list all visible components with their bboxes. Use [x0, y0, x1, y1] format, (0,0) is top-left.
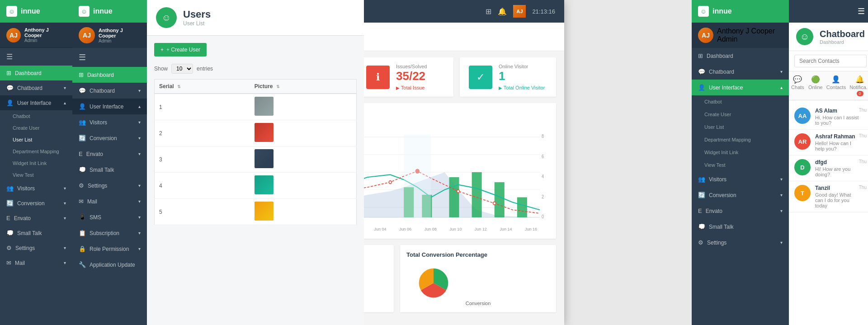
- chat-message-4[interactable]: T Tanzil Good day! What can I do for you…: [789, 181, 868, 212]
- tab-online[interactable]: 🟢 Online: [807, 71, 825, 100]
- chat-panel-hamburger[interactable]: ☰: [858, 6, 865, 16]
- cn-envato-icon: E: [698, 207, 702, 214]
- su-nav-mail[interactable]: ✉ Mail ▾: [72, 193, 147, 209]
- su-nav-settings[interactable]: ⚙ Settings ▾: [72, 178, 147, 193]
- sidebar-sub-view-test[interactable]: View Test: [0, 169, 72, 181]
- left-menu-toggle[interactable]: ☰: [0, 48, 72, 66]
- stat-link-visitors-a[interactable]: Total Online Visitor: [504, 85, 545, 90]
- su-nav-small-talk[interactable]: 💭 Small Talk: [72, 162, 147, 178]
- cn-sub-user-list[interactable]: User List: [692, 121, 789, 133]
- chat-message-2[interactable]: AR Ashraf Rahman Hello! How can I help y…: [789, 130, 868, 155]
- sidebar-item-visitors[interactable]: 👥 Visitors ▾: [0, 181, 72, 196]
- serial-sort-icon[interactable]: ⇅: [177, 85, 181, 89]
- su-nav-visitors[interactable]: 👥 Visitors ▾: [72, 114, 147, 130]
- cn-nav-conversion[interactable]: 🔄 Conversion ▾: [692, 187, 789, 203]
- cn-settings-icon: ⚙: [698, 239, 703, 246]
- cn-envato-label: Envato: [706, 208, 722, 214]
- cn-small-talk-label: Small Talk: [709, 224, 733, 230]
- chatboard-title: Chatboard: [820, 29, 865, 39]
- chat-msg-text-4: Good day! What can I do for you today: [815, 192, 859, 208]
- su-mail-chevron: ▾: [138, 199, 141, 204]
- cn-sub-chatbot[interactable]: Chatbot: [692, 95, 789, 108]
- cn-nav-settings[interactable]: ⚙ Settings ▾: [692, 235, 789, 250]
- notifications-badge: 0: [857, 91, 863, 96]
- sidebar-sub-department-mapping[interactable]: Department Mapping: [0, 146, 72, 157]
- online-tab-icon: 🟢: [811, 75, 820, 84]
- sidebar-item-conversion[interactable]: 🔄 Conversion ▾: [0, 196, 72, 211]
- sidebar-sub-chatbot[interactable]: Chatbot: [0, 110, 72, 122]
- sidebar-sub-create-user[interactable]: Create User: [0, 122, 72, 134]
- su-conversion-label: Conversion: [90, 135, 117, 141]
- sidebar-sub-widget-init[interactable]: Widget Init Link: [0, 157, 72, 169]
- cn-nav-dashboard[interactable]: ⊞ Dashboard: [692, 48, 789, 64]
- sidebar-item-mail[interactable]: ✉ Mail ▾: [0, 255, 72, 270]
- sidebar-item-envato[interactable]: E Envato ▾: [0, 211, 72, 226]
- users-logo-icon: ☺: [79, 6, 90, 17]
- tab-notifications[interactable]: 🔔 Notifica... 0: [848, 71, 868, 100]
- cn-sub-user-list-label: User List: [704, 124, 724, 130]
- sidebar-sub-user-list[interactable]: User List: [0, 134, 72, 146]
- cn-conversion-label: Conversion: [709, 192, 736, 198]
- cn-chatboard-label: Chatboard: [709, 69, 734, 75]
- cn-nav-small-talk[interactable]: 💭 Small Talk: [692, 219, 789, 235]
- cn-nav-chatboard[interactable]: 💬 Chatboard ▾: [692, 64, 789, 80]
- conversion-chevron-icon: ▾: [64, 201, 66, 206]
- sidebar-sub-dept-label: Department Mapping: [13, 149, 59, 154]
- svg-text:0: 0: [542, 214, 544, 220]
- chat-sidebar-avatar: AJ: [698, 28, 713, 43]
- su-nav-conversion[interactable]: 🔄 Conversion ▾: [72, 130, 147, 146]
- su-nav-envato[interactable]: E Envato ▾: [72, 146, 147, 162]
- tab-chats[interactable]: 💬 Chats: [789, 71, 807, 100]
- cn-sub-view-test[interactable]: View Test: [692, 159, 789, 171]
- cn-nav-visitors[interactable]: 👥 Visitors ▾: [692, 171, 789, 187]
- su-chatboard-label: Chatboard: [90, 88, 115, 94]
- table-row: 5: [155, 199, 357, 225]
- chat-msg-name-3: dfgd: [815, 159, 859, 165]
- stat-link-issues-a[interactable]: Total Issue: [401, 85, 425, 90]
- top-nav-avatar[interactable]: AJ: [513, 5, 526, 18]
- tab-contacts[interactable]: 👤 Contacts: [825, 71, 848, 100]
- grid-icon[interactable]: ⊞: [486, 7, 491, 16]
- chat-sidebar-user-role: Admin: [717, 35, 775, 43]
- su-nav-user-interface[interactable]: 👤 User Interface ▴: [72, 99, 147, 114]
- cn-sub-dept-mapping[interactable]: Department Mapping: [692, 133, 789, 146]
- users-logo[interactable]: ☺ innue: [72, 0, 147, 23]
- entries-select[interactable]: 10 25 50: [171, 64, 193, 74]
- su-nav-dashboard[interactable]: ⊞ Dashboard: [72, 67, 147, 83]
- cn-sub-create-user[interactable]: Create User: [692, 108, 789, 121]
- row-avatar-2: [250, 120, 357, 146]
- chat-message-3[interactable]: D dfgd Hi! How are you doing? Thu: [789, 155, 868, 181]
- sidebar-item-small-talk[interactable]: 💭 Small Talk: [0, 226, 72, 240]
- su-nav-sms[interactable]: 📱 SMS ▾: [72, 209, 147, 225]
- chat-avatar-1: AA: [794, 108, 811, 124]
- chat-panel-top-bar: ☰: [789, 0, 868, 23]
- users-title: Users: [183, 9, 211, 20]
- su-nav-chatboard[interactable]: 💬 Chatboard ▾: [72, 83, 147, 99]
- cn-sub-view-test-label: View Test: [704, 162, 726, 168]
- picture-sort-icon[interactable]: ⇅: [276, 85, 280, 89]
- left-logo[interactable]: ☺ innue: [0, 0, 72, 23]
- cn-nav-user-interface[interactable]: 👤 User Interface ▴: [692, 80, 789, 95]
- chat-logo[interactable]: ☺ innue: [692, 0, 789, 23]
- svg-rect-24: [449, 177, 459, 217]
- cn-nav-envato[interactable]: E Envato ▾: [692, 203, 789, 219]
- chat-message-1[interactable]: AA AS Alam Hi, How can I assist to you? …: [789, 104, 868, 130]
- su-nav-role-permission[interactable]: 🔒 Role Permission ▾: [72, 241, 147, 257]
- entries-label: entries: [197, 66, 213, 72]
- su-nav-app-update[interactable]: 🔧 Application Update: [72, 257, 147, 273]
- left-nav: ⊞ Dashboard 💬 Chatboard ▾ 👤 User Interfa…: [0, 66, 72, 325]
- sidebar-item-user-interface[interactable]: 👤 User Interface ▴: [0, 95, 72, 110]
- users-sidebar-menu-toggle[interactable]: ☰: [72, 48, 147, 67]
- search-contacts-input[interactable]: [794, 55, 867, 67]
- cn-sub-widget-init[interactable]: Widget Init Link: [692, 146, 789, 159]
- row-serial-4: 4: [155, 173, 250, 199]
- su-visitors-icon: 👥: [79, 119, 86, 126]
- sidebar-item-dashboard[interactable]: ⊞ Dashboard: [0, 66, 72, 80]
- chat-msg-text-1: Hi, How can I assist to you?: [815, 115, 859, 126]
- sidebar-item-settings[interactable]: ⚙ Settings ▾: [0, 240, 72, 255]
- create-user-button[interactable]: + + Create User: [154, 43, 207, 57]
- su-nav-subscription[interactable]: 📋 Subscription ▾: [72, 225, 147, 241]
- sidebar-item-chatboard[interactable]: 💬 Chatboard ▾: [0, 80, 72, 95]
- bell-icon[interactable]: 🔔: [498, 7, 507, 16]
- cn-chatboard-icon: 💬: [698, 68, 705, 75]
